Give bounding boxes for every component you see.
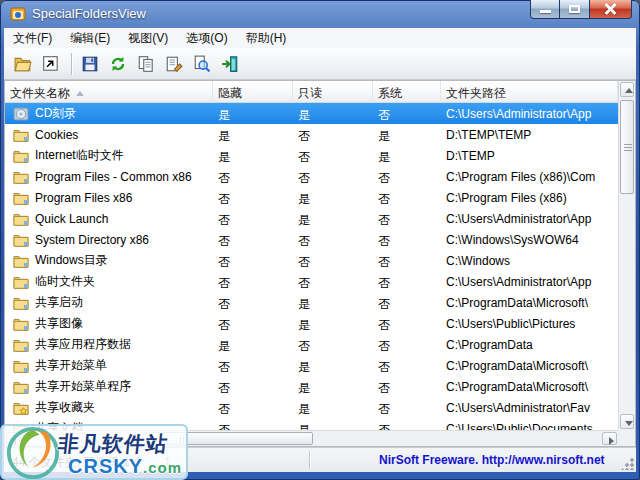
minimize-button[interactable] xyxy=(530,0,560,19)
scroll-up-button[interactable] xyxy=(620,82,634,97)
folder-name-cell: CD刻录 xyxy=(5,103,213,124)
arrow-down-icon xyxy=(625,421,633,426)
menu-item-4[interactable]: 帮助(H) xyxy=(237,28,296,49)
folder-name-cell: 共享启动 xyxy=(5,292,213,313)
table-row[interactable]: 共享开始菜单否是否C:\ProgramData\Microsoft\ xyxy=(5,355,618,376)
table-row[interactable]: 共享收藏夹否是否C:\Users\Administrator\Fav xyxy=(5,397,618,418)
table-row[interactable]: CD刻录是是否C:\Users\Administrator\App xyxy=(5,103,618,124)
system-cell: 否 xyxy=(373,397,441,418)
readonly-cell: 否 xyxy=(293,124,373,145)
readonly-cell: 是 xyxy=(293,187,373,208)
table-row[interactable]: 共享开始菜单程序否是否C:\ProgramData\Microsoft\ xyxy=(5,376,618,397)
folder-name-text: 共享应用程序数据 xyxy=(35,336,131,353)
system-cell: 否 xyxy=(373,418,441,430)
list-rows: CD刻录是是否C:\Users\Administrator\AppCookies… xyxy=(5,103,618,430)
folder-name-text: Program Files - Common x86 xyxy=(35,170,192,184)
system-cell: 否 xyxy=(373,376,441,397)
table-row[interactable]: Internet临时文件是否是D:\TEMP xyxy=(5,145,618,166)
menu-bar: 文件(F)编辑(E)视图(V)选项(O)帮助(H) xyxy=(4,28,636,48)
folder-name-cell: 共享收藏夹 xyxy=(5,397,213,418)
column-label: 文件夹路径 xyxy=(446,86,506,100)
nirsoft-link-text: NirSoft Freeware. http://www.nirsoft.net xyxy=(379,453,605,467)
exit-button[interactable] xyxy=(218,51,244,77)
table-row[interactable]: Program Files x86否是否C:\Program Files (x8… xyxy=(5,187,618,208)
vertical-scrollbar[interactable] xyxy=(618,81,635,430)
table-row[interactable]: System Directory x86否否否C:\Windows\SysWOW… xyxy=(5,229,618,250)
folder-icon xyxy=(13,127,29,143)
column-header-2[interactable]: 只读 xyxy=(293,81,373,103)
table-row[interactable]: 共享启动否是否C:\ProgramData\Microsoft\ xyxy=(5,292,618,313)
copy-button[interactable] xyxy=(134,51,160,77)
title-bar[interactable]: SpecialFoldersView xyxy=(0,0,640,28)
system-cell: 否 xyxy=(373,355,441,376)
find-button[interactable] xyxy=(190,51,216,77)
folder-icon xyxy=(13,148,29,164)
folder-name-text: 共享收藏夹 xyxy=(35,399,95,416)
table-row[interactable]: Windows目录否否否C:\Windows xyxy=(5,250,618,271)
watermark-overlay: 非凡软件站 CRSKY.com xyxy=(0,424,188,480)
folder-list: 文件夹名称隐藏只读系统文件夹路径 CD刻录是是否C:\Users\Adminis… xyxy=(4,80,636,447)
readonly-cell: 否 xyxy=(293,271,373,292)
hidden-cell: 是 xyxy=(213,124,293,145)
folder-name-cell: Cookies xyxy=(5,124,213,145)
scrollbar-corner xyxy=(618,430,635,446)
readonly-cell: 是 xyxy=(293,208,373,229)
readonly-cell: 是 xyxy=(293,376,373,397)
maximize-button[interactable] xyxy=(560,0,590,19)
folder-name-cell: 共享应用程序数据 xyxy=(5,334,213,355)
folder-name-cell: Internet临时文件 xyxy=(5,145,213,166)
folder-icon xyxy=(13,274,29,290)
arrow-right-icon xyxy=(609,437,614,445)
column-header-1[interactable]: 隐藏 xyxy=(213,81,293,103)
column-header-0[interactable]: 文件夹名称 xyxy=(5,81,213,103)
table-row[interactable]: 共享应用程序数据是否否C:\ProgramData xyxy=(5,334,618,355)
folder-icon xyxy=(13,211,29,227)
scroll-down-button[interactable] xyxy=(620,414,634,429)
refresh-icon xyxy=(109,55,127,73)
save-button[interactable] xyxy=(78,51,104,77)
hidden-cell: 否 xyxy=(213,292,293,313)
folder-name-text: Windows目录 xyxy=(35,252,108,269)
maximize-icon xyxy=(569,5,580,13)
path-cell: C:\Windows\SysWOW64 xyxy=(441,229,618,250)
path-cell: C:\ProgramData\Microsoft\ xyxy=(441,292,618,313)
menu-item-1[interactable]: 编辑(E) xyxy=(61,28,119,49)
folder-name-cell: 临时文件夹 xyxy=(5,271,213,292)
close-button[interactable] xyxy=(590,0,632,19)
path-cell: C:\ProgramData\Microsoft\ xyxy=(441,355,618,376)
menu-item-0[interactable]: 文件(F) xyxy=(4,28,61,49)
vertical-scroll-thumb[interactable] xyxy=(620,100,634,194)
properties-button[interactable] xyxy=(162,51,188,77)
system-cell: 否 xyxy=(373,250,441,271)
open-folder-button[interactable] xyxy=(11,51,37,77)
thumb-grip-icon xyxy=(624,144,632,145)
table-row[interactable]: 共享图像否是否C:\Users\Public\Pictures xyxy=(5,313,618,334)
table-row[interactable]: Program Files - Common x86否否否C:\Program … xyxy=(5,166,618,187)
path-cell: C:\Users\Administrator\Fav xyxy=(441,397,618,418)
watermark-url: CRSKY.com xyxy=(68,455,182,478)
client-area: 文件(F)编辑(E)视图(V)选项(O)帮助(H) 文件夹名称隐藏只读系统文件夹… xyxy=(4,28,636,472)
scroll-right-button[interactable] xyxy=(602,432,617,445)
readonly-cell: 否 xyxy=(293,334,373,355)
column-header-3[interactable]: 系统 xyxy=(373,81,441,103)
window-title: SpecialFoldersView xyxy=(32,6,146,21)
table-row[interactable]: Cookies是否是D:\TEMP\TEMP xyxy=(5,124,618,145)
crsky-logo-icon xyxy=(4,424,62,480)
open-shortcut-button[interactable] xyxy=(39,51,65,77)
folder-name-cell: System Directory x86 xyxy=(5,229,213,250)
readonly-cell: 否 xyxy=(293,250,373,271)
column-header-4[interactable]: 文件夹路径 xyxy=(441,81,618,103)
menu-item-2[interactable]: 视图(V) xyxy=(119,28,177,49)
cd-folder-icon xyxy=(13,106,29,122)
close-icon xyxy=(604,3,617,15)
resize-grip[interactable] xyxy=(622,458,634,470)
readonly-cell: 是 xyxy=(293,292,373,313)
path-cell: D:\TEMP xyxy=(441,145,618,166)
menu-item-3[interactable]: 选项(O) xyxy=(177,28,236,49)
refresh-button[interactable] xyxy=(106,51,132,77)
table-row[interactable]: Quick Launch否是否C:\Users\Administrator\Ap… xyxy=(5,208,618,229)
hidden-cell: 否 xyxy=(213,187,293,208)
table-row[interactable]: 临时文件夹否否否C:\Users\Administrator\App xyxy=(5,271,618,292)
sort-ascending-icon xyxy=(76,91,84,96)
folder-name-text: 共享图像 xyxy=(35,315,83,332)
